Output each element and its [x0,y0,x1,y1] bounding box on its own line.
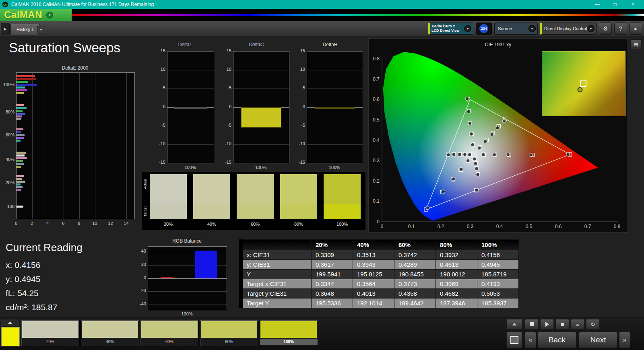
maximize-button[interactable]: □ [606,0,624,9]
axis-tick-label: 4 [43,221,52,226]
tab-history-1[interactable]: History 1 [10,24,40,35]
table-cell: 0.4613 [436,260,477,270]
next-button[interactable]: Next [579,332,617,348]
deltae-bar [17,163,24,165]
last-page-button[interactable]: » [619,332,630,348]
axis-tick-label: 0.3 [373,158,380,163]
continuous-measure-button[interactable]: ∞ [571,319,584,329]
stop-button[interactable] [525,319,539,329]
measured-marker [467,110,470,113]
axis-tick-label: 10 [296,67,305,72]
saturation-patch-button[interactable]: 20% [21,320,80,346]
table-cell: 0.4156 [477,250,519,260]
toolbar-right: X-Rite i1Pro 2 LCD Direct View ▾ 234 Sou… [428,22,642,35]
gridline [148,305,227,305]
measured-marker [460,168,463,171]
measured-marker [475,188,478,191]
deltae-bar [17,104,24,106]
table-cell: 190.0012 [436,270,477,279]
expand-patch-panel-button[interactable] [1,319,19,326]
patch-swatch [82,321,138,338]
axis-tick-label: 15 [296,48,305,53]
single-measure-button[interactable] [506,332,522,348]
minimize-button[interactable]: — [588,0,606,9]
saturation-patch-button[interactable]: 60% [140,320,199,346]
reading-x: x: 0.4156 [6,258,130,272]
deltae-bar [17,166,21,168]
table-header-cell: 60% [394,240,436,250]
main-content: Saturation Sweeps DeltaE 2000 0246810121… [0,36,644,317]
settings-button[interactable]: ⚙ [599,23,612,35]
swatch-actual [237,174,274,204]
expand-transport-button[interactable] [506,319,522,329]
deltae-bar [17,183,21,185]
table-cell: 192.1014 [353,299,394,308]
swatch-label: 60% [237,222,274,226]
axis-label: 100% [307,165,362,170]
record-button[interactable] [555,319,569,329]
axis-label: 100% [167,165,213,170]
layout-button[interactable]: ▤ [630,39,642,49]
axis-label: 100% [148,311,226,316]
table-cell: 0.3969 [436,279,477,289]
saturation-patch-button[interactable]: 100% [259,320,318,346]
deltae-bar [17,131,21,133]
deltae-bar [17,178,22,180]
meter-mode: LCD Direct View [431,29,459,33]
swatch-target [150,204,187,219]
axis-tick-label: -10 [296,141,305,146]
display-control-dropdown[interactable]: Direct Display Control ▾ [540,23,597,35]
add-tab-button[interactable]: + [37,26,45,34]
deltae-2000-chart: DeltaE 2000 02468101214100%80%60%40%20%1… [3,64,137,233]
meter-dropdown[interactable]: X-Rite i1Pro 2 LCD Direct View ▾ [428,23,473,35]
axis-tick-label: 0.4 [496,224,503,229]
table-header-cell: 20% [312,240,353,250]
gridline [126,73,127,219]
refresh-button[interactable]: ↻ [586,319,600,329]
plot-area [148,246,227,310]
close-button[interactable]: × [624,0,642,9]
measured-marker [477,146,481,150]
axis-tick-label: 0.3 [467,224,474,229]
deltae-bar [17,113,25,115]
table-header-cell: 40% [353,240,394,250]
deltae-bar [17,81,28,83]
play-button[interactable] [540,319,554,329]
help-button[interactable]: ? [614,23,627,35]
patch-label: 40% [81,339,139,345]
table-cell: 189.4642 [394,299,436,308]
table-row: x: CIE310.33090.35130.37420.39320.4156 [241,250,519,260]
axis-tick-label: 5 [157,85,165,90]
saturation-patch-button[interactable]: 40% [80,320,139,346]
deltae-bar-group [17,175,134,191]
axis-tick-label: 5 [223,85,231,90]
collapse-panel-button[interactable]: ▸ [630,23,642,35]
table-cell: 0.4193 [477,279,519,289]
gridline [307,126,363,126]
calman-menu-button[interactable]: CalMAN ▾ [0,9,72,21]
back-button[interactable]: Back [538,332,576,348]
first-page-button[interactable]: « [525,332,536,348]
table-cell: 199.5941 [312,270,353,279]
meter-count-badge[interactable]: 234 [476,23,492,35]
deltae-bar [17,128,23,130]
saturation-patch-button[interactable]: 80% [200,320,258,346]
measured-marker [452,177,455,180]
deltah-chart: DeltaH 151050-5-10-15100% [296,41,364,174]
gridline [79,73,80,219]
chart-title: DeltaL [155,42,215,47]
source-dropdown[interactable]: Source ▾ [494,23,538,35]
axis-tick-label: 14 [122,221,130,226]
current-reading-panel: Current Reading x: 0.4156 y: 0.4945 fL: … [6,241,130,314]
gridline [32,73,33,219]
gridline [167,89,214,89]
axis-label: 100% [233,165,289,170]
measured-marker [452,153,455,156]
reading-fl: fL: 54.25 [6,286,130,300]
axis-tick-label: 0 [381,224,384,229]
measured-marker [442,190,445,193]
patch-label: 80% [200,339,258,345]
axis-tick-label: -5 [223,123,231,128]
expand-sidebar-button[interactable]: ▶ [1,23,10,35]
deltae-bar [17,107,27,109]
